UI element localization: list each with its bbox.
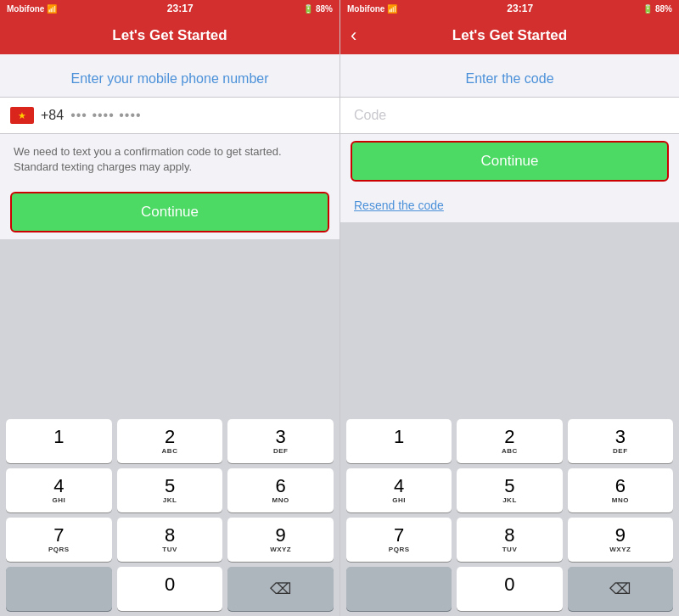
code-input-container[interactable]: Code [340,97,679,134]
wifi-icon-right: 📶 [387,4,397,14]
key-8-right[interactable]: 8 TUV [457,518,562,562]
content-right: Enter the code Code Continue Resend the … [340,54,679,414]
status-left-right: Mobifone 📶 [347,4,397,14]
content-left: Enter your mobile phone number +84 ••• •… [0,54,340,414]
status-bar-right: Mobifone 📶 23:17 🔋 88% [340,0,679,17]
key-3-right[interactable]: 3 DEF [568,419,673,463]
key-6-left[interactable]: 6 MNO [227,468,334,512]
key-blank-right [346,567,452,611]
nav-title-right: Let's Get Started [452,27,567,44]
key-9-left[interactable]: 9 WXYZ [227,518,334,562]
delete-icon-left: ⌫ [270,580,291,598]
keyboard-row-1-right: 1 2 ABC 3 DEF [340,419,679,463]
country-code: +84 [41,108,64,123]
carrier-right: Mobifone [347,4,384,14]
status-bar-left: Mobifone 📶 23:17 🔋 88% [0,0,340,17]
keyboard-row-4-right: 0 ⌫ [340,567,679,611]
keyboard-row-4-left: 0 ⌫ [0,567,340,611]
key-0-right[interactable]: 0 [457,567,562,611]
key-5-right[interactable]: 5 JKL [457,468,562,512]
battery-icon-left: 🔋 [303,4,313,14]
key-5-left[interactable]: 5 JKL [117,468,223,512]
resend-label: Resend the code [354,199,444,212]
key-8-left[interactable]: 8 TUV [117,518,223,562]
vietnam-flag [10,107,34,124]
key-blank-left [6,567,112,611]
continue-label-code: Continue [480,153,538,170]
key-6-right[interactable]: 6 MNO [568,468,673,512]
keyboard-row-1-left: 1 2 ABC 3 DEF [0,419,340,463]
phone-section-title: Enter your mobile phone number [0,54,340,97]
key-7-left[interactable]: 7 PQRS [6,518,112,562]
code-placeholder: Code [354,108,386,122]
nav-bar-right: ‹ Let's Get Started [340,17,679,54]
key-7-right[interactable]: 7 PQRS [346,518,452,562]
status-right-left: 🔋 88% [303,4,333,14]
key-delete-right[interactable]: ⌫ [568,567,673,611]
battery-pct-right: 88% [655,4,672,14]
back-button[interactable]: ‹ [351,26,356,45]
key-2-right[interactable]: 2 ABC [457,419,562,463]
phone-number-display: ••• •••• •••• [70,108,142,123]
continue-button-code[interactable]: Continue [351,141,669,182]
keyboard-row-3-right: 7 PQRS 8 TUV 9 WXYZ [340,518,679,562]
status-left-left: Mobifone 📶 [7,4,57,14]
time-left: 23:17 [167,3,194,14]
key-1-left[interactable]: 1 [6,419,112,463]
phone-input-row[interactable]: +84 ••• •••• •••• [0,97,340,134]
key-9-right[interactable]: 9 WXYZ [568,518,673,562]
spacer-right [340,222,679,414]
nav-bar-left: Let's Get Started [0,17,340,54]
spacer-left [0,239,340,414]
key-4-right[interactable]: 4 GHI [346,468,452,512]
continue-label-phone: Continue [141,204,199,221]
key-delete-left[interactable]: ⌫ [227,567,334,611]
code-entry-panel: Mobifone 📶 23:17 🔋 88% ‹ Let's Get Start… [340,0,679,616]
keyboard-right: 1 2 ABC 3 DEF 4 GHI 5 JKL 6 [340,414,679,616]
battery-pct-left: 88% [316,4,333,14]
wifi-icon-left: 📶 [47,4,57,14]
keyboard-row-2-right: 4 GHI 5 JKL 6 MNO [340,468,679,512]
key-4-left[interactable]: 4 GHI [6,468,112,512]
key-0-left[interactable]: 0 [117,567,223,611]
keyboard-left: 1 2 ABC 3 DEF 4 GHI 5 JKL 6 [0,414,340,616]
key-3-left[interactable]: 3 DEF [227,419,334,463]
carrier-left: Mobifone [7,4,44,14]
key-1-right[interactable]: 1 [346,419,452,463]
notice-text: We need to text you a confirmation code … [0,134,340,185]
battery-icon-right: 🔋 [643,4,653,14]
status-right-right: 🔋 88% [643,4,672,14]
keyboard-row-3-left: 7 PQRS 8 TUV 9 WXYZ [0,518,340,562]
time-right: 23:17 [507,3,533,14]
code-section-title: Enter the code [340,54,679,97]
continue-button-phone[interactable]: Continue [10,192,329,232]
nav-title-left: Let's Get Started [112,27,227,44]
phone-number-panel: Mobifone 📶 23:17 🔋 88% Let's Get Started… [0,0,340,616]
key-2-left[interactable]: 2 ABC [117,419,223,463]
resend-link[interactable]: Resend the code [340,188,679,222]
delete-icon-right: ⌫ [609,580,631,598]
keyboard-row-2-left: 4 GHI 5 JKL 6 MNO [0,468,340,512]
